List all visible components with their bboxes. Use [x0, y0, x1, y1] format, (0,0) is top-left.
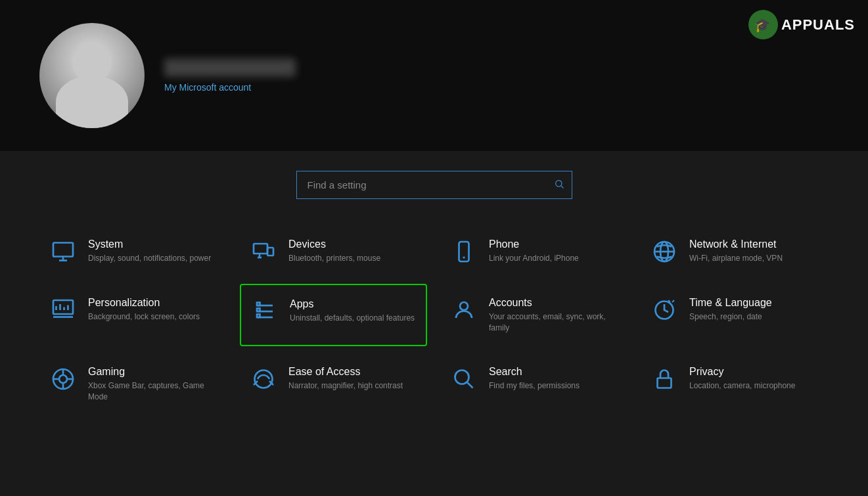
- system-text: SystemDisplay, sound, notifications, pow…: [88, 238, 211, 264]
- personalization-subtitle: Background, lock screen, colors: [88, 311, 200, 323]
- search-container: [39, 171, 829, 199]
- phone-text: PhoneLink your Android, iPhone: [489, 238, 579, 264]
- network-icon: [651, 240, 677, 263]
- apps-subtitle: Uninstall, defaults, optional features: [290, 313, 415, 324]
- svg-line-38: [467, 383, 472, 388]
- svg-line-1: [561, 186, 564, 189]
- setting-item-ease[interactable]: Ease of AccessNarrator, magnifier, high …: [240, 353, 427, 416]
- privacy-text: PrivacyLocation, camera, microphone: [689, 366, 795, 392]
- search-subtitle: Find my files, permissions: [489, 380, 580, 392]
- privacy-icon: [651, 367, 677, 391]
- svg-rect-5: [254, 244, 267, 254]
- svg-rect-21: [257, 302, 260, 305]
- microsoft-account-link[interactable]: My Microsoft account: [164, 82, 296, 93]
- devices-subtitle: Bluetooth, printers, mouse: [288, 253, 380, 264]
- svg-rect-39: [658, 378, 672, 388]
- gaming-subtitle: Xbox Game Bar, captures, Game Mode: [88, 380, 216, 403]
- search-input[interactable]: [296, 171, 572, 199]
- personalization-title: Personalization: [88, 297, 200, 309]
- apps-icon: [252, 300, 278, 323]
- privacy-subtitle: Location, camera, microphone: [689, 380, 795, 392]
- system-subtitle: Display, sound, notifications, power: [88, 253, 211, 264]
- accounts-title: Accounts: [489, 297, 617, 309]
- gaming-icon: [50, 367, 76, 391]
- profile-name: [164, 58, 296, 77]
- watermark-text: APPUALS: [781, 16, 855, 34]
- svg-rect-25: [257, 314, 260, 317]
- avatar-body: [56, 76, 128, 128]
- time-subtitle: Speech, region, date: [689, 311, 772, 323]
- avatar-silhouette: [39, 23, 145, 128]
- devices-text: DevicesBluetooth, printers, mouse: [288, 238, 380, 264]
- gaming-text: GamingXbox Game Bar, captures, Game Mode: [88, 366, 216, 403]
- devices-icon: [250, 240, 277, 263]
- phone-subtitle: Link your Android, iPhone: [489, 253, 579, 264]
- search-text: SearchFind my files, permissions: [489, 366, 580, 392]
- svg-rect-23: [257, 308, 260, 311]
- accounts-text: AccountsYour accounts, email, sync, work…: [489, 297, 617, 334]
- main-content: SystemDisplay, sound, notifications, pow…: [0, 151, 868, 416]
- svg-point-0: [555, 180, 561, 186]
- setting-item-time[interactable]: Time & LanguageSpeech, region, date: [641, 284, 828, 347]
- ease-title: Ease of Access: [288, 366, 403, 378]
- setting-item-personalization[interactable]: PersonalizationBackground, lock screen, …: [39, 284, 227, 347]
- setting-item-devices[interactable]: DevicesBluetooth, printers, mouse: [240, 225, 427, 277]
- setting-item-apps[interactable]: AppsUninstall, defaults, optional featur…: [240, 284, 427, 347]
- gaming-title: Gaming: [88, 366, 216, 378]
- phone-title: Phone: [489, 238, 579, 250]
- ease-icon: [250, 367, 277, 391]
- ease-text: Ease of AccessNarrator, magnifier, high …: [288, 366, 403, 392]
- setting-item-accounts[interactable]: AccountsYour accounts, email, sync, work…: [440, 284, 628, 347]
- search-title: Search: [489, 366, 580, 378]
- svg-point-29: [59, 375, 67, 383]
- avatar: [39, 23, 145, 128]
- watermark-emoji: 🎓: [754, 17, 771, 33]
- settings-grid: SystemDisplay, sound, notifications, pow…: [39, 225, 828, 416]
- setting-item-system[interactable]: SystemDisplay, sound, notifications, pow…: [39, 225, 227, 277]
- accounts-subtitle: Your accounts, email, sync, work, family: [489, 311, 617, 334]
- svg-point-34: [255, 371, 273, 388]
- svg-rect-2: [53, 243, 73, 257]
- profile-info: My Microsoft account: [164, 58, 296, 93]
- setting-item-phone[interactable]: PhoneLink your Android, iPhone: [440, 225, 628, 277]
- time-text: Time & LanguageSpeech, region, date: [689, 297, 772, 323]
- svg-point-26: [460, 302, 468, 310]
- system-title: System: [88, 238, 211, 250]
- system-icon: [50, 240, 76, 263]
- watermark: 🎓 APPUALS: [748, 10, 855, 39]
- search-icon: [554, 179, 564, 192]
- time-icon: [651, 298, 677, 322]
- ease-subtitle: Narrator, magnifier, high contrast: [288, 380, 403, 392]
- privacy-title: Privacy: [689, 366, 795, 378]
- apps-text: AppsUninstall, defaults, optional featur…: [290, 298, 415, 324]
- setting-item-network[interactable]: Network & InternetWi-Fi, airplane mode, …: [641, 225, 828, 277]
- devices-title: Devices: [288, 238, 380, 250]
- setting-item-privacy[interactable]: PrivacyLocation, camera, microphone: [641, 353, 828, 416]
- svg-rect-9: [459, 242, 469, 261]
- watermark-icon: 🎓: [748, 10, 778, 39]
- svg-point-37: [455, 371, 469, 384]
- search-icon: [451, 367, 477, 391]
- accounts-icon: [451, 298, 477, 322]
- setting-item-gaming[interactable]: GamingXbox Game Bar, captures, Game Mode: [39, 353, 227, 416]
- network-title: Network & Internet: [689, 238, 783, 250]
- time-title: Time & Language: [689, 297, 772, 309]
- phone-icon: [451, 240, 477, 263]
- svg-rect-6: [267, 248, 273, 256]
- header-section: My Microsoft account 🎓 APPUALS: [0, 0, 868, 151]
- apps-title: Apps: [290, 298, 415, 310]
- network-subtitle: Wi-Fi, airplane mode, VPN: [689, 253, 783, 264]
- setting-item-search[interactable]: SearchFind my files, permissions: [440, 353, 628, 416]
- search-wrapper: [296, 171, 572, 199]
- network-text: Network & InternetWi-Fi, airplane mode, …: [689, 238, 783, 264]
- personalization-text: PersonalizationBackground, lock screen, …: [88, 297, 200, 323]
- personalization-icon: [50, 298, 76, 322]
